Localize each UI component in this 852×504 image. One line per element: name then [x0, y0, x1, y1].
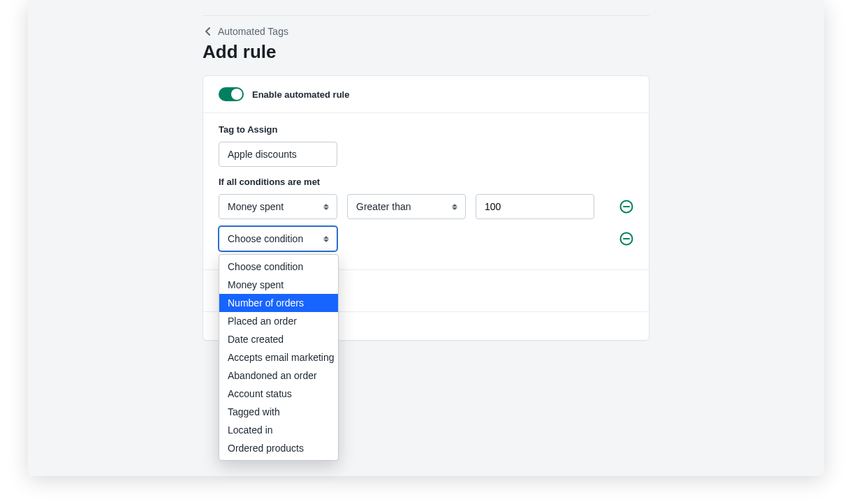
select-value: Greater than	[356, 201, 411, 212]
sort-icon	[323, 234, 330, 244]
dropdown-option[interactable]: Located in	[219, 421, 338, 439]
condition-field-select[interactable]: Money spent	[219, 194, 337, 219]
rule-card: Enable automated rule Tag to Assign If a…	[203, 75, 649, 341]
enable-section: Enable automated rule	[203, 76, 649, 113]
dropdown-option[interactable]: Tagged with	[219, 403, 338, 421]
dropdown-option[interactable]: Money spent	[219, 276, 338, 294]
chevron-left-icon	[203, 26, 214, 37]
dropdown-option[interactable]: Accepts email marketing	[219, 348, 338, 366]
condition-row: Choose condition Choose conditionMoney s…	[219, 226, 633, 251]
remove-condition-button[interactable]	[619, 232, 633, 246]
tag-assign-label: Tag to Assign	[219, 124, 633, 135]
conditions-heading: If all conditions are met	[219, 177, 633, 187]
enable-toggle[interactable]	[219, 87, 244, 101]
dropdown-option[interactable]: Account status	[219, 385, 338, 403]
page-title: Add rule	[203, 41, 649, 63]
condition-field-select[interactable]: Choose condition	[219, 226, 337, 251]
breadcrumb[interactable]: Automated Tags	[203, 26, 288, 37]
sort-icon	[451, 202, 458, 212]
condition-value-input[interactable]	[476, 194, 594, 219]
condition-row: Money spent Greater than	[219, 194, 633, 219]
dropdown-option[interactable]: Placed an order	[219, 312, 338, 330]
remove-condition-button[interactable]	[619, 200, 633, 214]
dropdown-option[interactable]: Ordered products	[219, 439, 338, 457]
dropdown-option[interactable]: Number of orders	[219, 294, 338, 312]
condition-field-dropdown[interactable]: Choose conditionMoney spentNumber of ord…	[219, 254, 339, 461]
enable-label: Enable automated rule	[252, 89, 349, 100]
conditions-section: Tag to Assign If all conditions are met …	[203, 113, 649, 270]
condition-operator-select[interactable]: Greater than	[347, 194, 466, 219]
select-value: Money spent	[228, 201, 284, 212]
content-column: Automated Tags Add rule Enable automated…	[203, 0, 649, 341]
divider	[203, 15, 649, 16]
dropdown-option[interactable]: Choose condition	[219, 258, 338, 276]
app-surface: Automated Tags Add rule Enable automated…	[28, 0, 824, 476]
dropdown-option[interactable]: Abandoned an order	[219, 366, 338, 385]
tag-assign-input[interactable]	[219, 142, 337, 167]
select-value: Choose condition	[228, 233, 303, 244]
breadcrumb-label: Automated Tags	[218, 26, 288, 37]
dropdown-option[interactable]: Date created	[219, 330, 338, 348]
sort-icon	[323, 202, 330, 212]
